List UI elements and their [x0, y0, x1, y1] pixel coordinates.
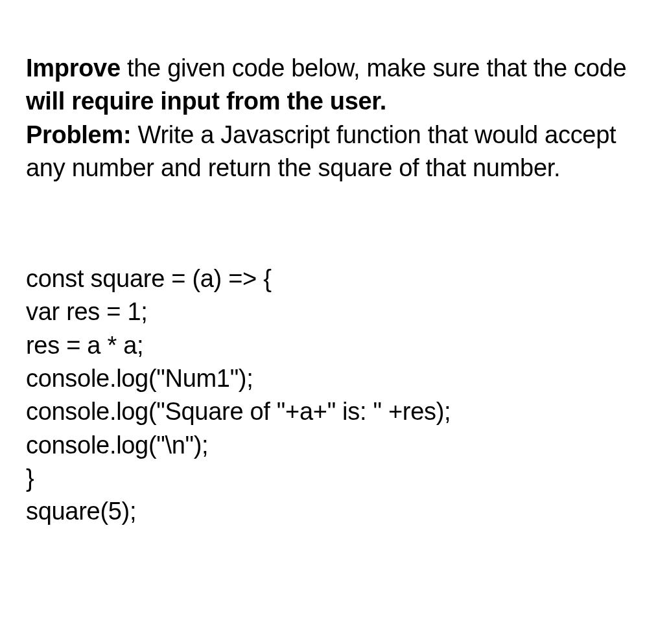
- code-line-3: res = a * a;: [26, 329, 632, 362]
- require-phrase: will require input from the user.: [26, 87, 386, 115]
- improve-word: Improve: [26, 54, 121, 82]
- code-line-2: var res = 1;: [26, 295, 632, 328]
- code-line-4: console.log("Num1");: [26, 362, 632, 395]
- code-line-8: square(5);: [26, 495, 632, 528]
- code-line-6: console.log("\n");: [26, 429, 632, 462]
- code-block: const square = (a) => { var res = 1; res…: [26, 262, 632, 528]
- document-content: Improve the given code below, make sure …: [26, 52, 632, 529]
- intro-text-1: the given code below, make sure that the…: [121, 54, 627, 82]
- code-line-5: console.log("Square of "+a+" is: " +res)…: [26, 395, 632, 428]
- problem-word: Problem:: [26, 121, 131, 148]
- code-line-1: const square = (a) => {: [26, 262, 632, 295]
- code-line-7: }: [26, 462, 632, 495]
- intro-paragraph: Improve the given code below, make sure …: [26, 52, 632, 185]
